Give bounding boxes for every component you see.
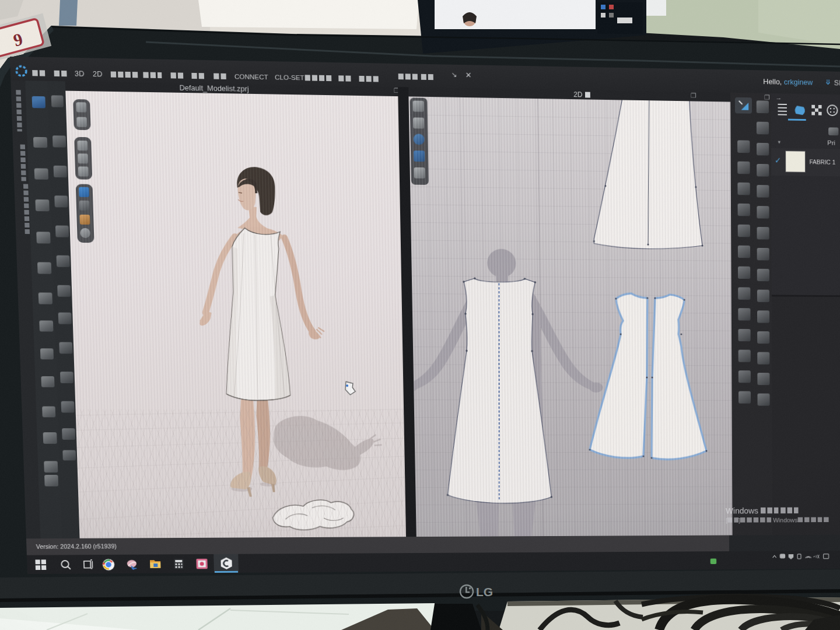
svg-text:LG: LG bbox=[476, 585, 493, 598]
